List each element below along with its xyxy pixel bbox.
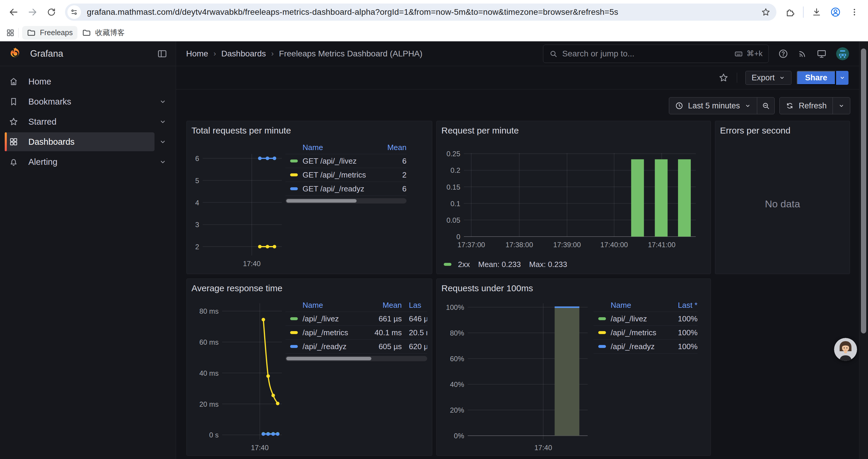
scrollbar-thumb[interactable] — [861, 48, 866, 333]
kiosk-button[interactable] — [816, 49, 827, 59]
dock-sidebar-button[interactable] — [157, 48, 167, 59]
back-button[interactable] — [5, 4, 22, 21]
search-shortcut: ⌘+k — [734, 49, 763, 58]
favorite-dashboard-button[interactable] — [718, 73, 728, 83]
help-button[interactable] — [778, 49, 788, 59]
panel-title[interactable]: Request per minute — [441, 124, 706, 137]
timeseries-chart[interactable]: 80 ms60 ms40 ms20 ms0 s17:40 — [191, 295, 285, 453]
table-row[interactable]: /api/_/livez100% — [593, 312, 698, 326]
legend-scrollbar[interactable] — [285, 356, 427, 361]
series-name[interactable]: /api/_/readyz — [611, 342, 655, 351]
breadcrumb-separator: › — [271, 49, 274, 58]
panel-average-response-time: Average response time 80 ms60 ms40 ms20 … — [186, 278, 432, 456]
table-row[interactable]: /api/_/readyz605 µs620 µs — [285, 340, 427, 354]
legend-scrollbar-thumb[interactable] — [286, 199, 356, 203]
extensions-button[interactable] — [782, 4, 798, 21]
bar-chart[interactable]: 100%80%60%40%20%0%17:40 — [441, 295, 593, 453]
legend-column-header[interactable]: Mean — [371, 143, 406, 152]
forward-button[interactable] — [24, 4, 41, 21]
sidebar-expand-bookmarks[interactable] — [155, 98, 171, 105]
table-row[interactable]: /api/_/metrics100% — [593, 326, 698, 340]
legend-column-header[interactable]: Las — [402, 301, 427, 310]
legend-column-header[interactable]: Name — [303, 301, 362, 310]
refresh-interval-button[interactable] — [833, 97, 850, 114]
table-row[interactable]: /api/_/livez661 µs646 µs — [285, 312, 427, 326]
bar-chart[interactable]: 0.250.20.150.10.05017:37:0017:38:0017:39… — [441, 137, 706, 258]
sidebar-item-home[interactable]: Home — [5, 72, 171, 91]
panel-title[interactable]: Errors per second — [720, 124, 845, 137]
apps-grid-button[interactable] — [6, 28, 15, 37]
page-scrollbar[interactable] — [859, 41, 868, 459]
user-avatar[interactable] — [836, 47, 849, 60]
legend-column-header[interactable]: Last * — [662, 301, 698, 310]
sidebar-item-alerting[interactable]: Alerting — [5, 153, 155, 171]
export-button[interactable]: Export — [745, 71, 792, 85]
site-settings-icon[interactable] — [67, 5, 81, 19]
table-row[interactable]: /api/_/readyz100% — [593, 340, 698, 354]
time-controls: Last 5 minutes Refresh — [186, 97, 850, 114]
news-button[interactable] — [798, 49, 807, 59]
refresh-button[interactable]: Refresh — [780, 97, 833, 114]
panel-title[interactable]: Total requests per minute — [191, 124, 427, 137]
search-icon — [549, 50, 557, 58]
legend-scrollbar[interactable] — [285, 198, 406, 203]
profile-button[interactable] — [827, 4, 844, 21]
table-row[interactable]: GET /api/_/livez6 — [285, 154, 406, 168]
svg-text:0: 0 — [457, 233, 460, 241]
series-swatch — [598, 345, 606, 348]
table-row[interactable]: GET /api/_/readyz6 — [285, 182, 406, 196]
series-name[interactable]: GET /api/_/readyz — [303, 184, 364, 193]
clock-icon — [675, 102, 683, 110]
address-bar[interactable]: grafana.mathmast.com/d/deytv4rwavabkb/fr… — [65, 4, 776, 21]
search-box[interactable]: ⌘+k — [543, 44, 769, 63]
url-text[interactable]: grafana.mathmast.com/d/deytv4rwavabkb/fr… — [87, 7, 758, 17]
svg-text:60 ms: 60 ms — [199, 338, 219, 346]
breadcrumb-dashboards[interactable]: Dashboards — [221, 49, 266, 59]
reload-button[interactable] — [43, 4, 60, 21]
downloads-button[interactable] — [808, 4, 825, 21]
breadcrumb-home[interactable]: Home — [186, 49, 208, 59]
series-name[interactable]: /api/_/readyz — [303, 342, 346, 351]
search-input[interactable] — [562, 49, 734, 59]
series-name[interactable]: /api/_/livez — [611, 314, 647, 323]
series-name[interactable]: /api/_/metrics — [611, 328, 656, 337]
legend-column-header[interactable]: Mean — [362, 301, 402, 310]
series-name[interactable]: /api/_/livez — [303, 314, 339, 323]
sidebar-item-starred[interactable]: Starred — [5, 112, 155, 131]
table-row[interactable]: GET /api/_/metrics2 — [285, 168, 406, 182]
legend-column-header[interactable]: Name — [611, 301, 662, 310]
sidebar-expand-dashboards[interactable] — [155, 138, 171, 145]
legend-scrollbar-thumb[interactable] — [286, 357, 371, 360]
panel-requests-under-100ms: Requests under 100ms 100%80%60%40%20%0%1… — [436, 278, 711, 456]
legend-series-label[interactable]: 2xx — [458, 260, 470, 269]
sidebar-item-bookmarks[interactable]: Bookmarks — [5, 92, 155, 111]
sidebar-expand-alerting[interactable] — [155, 158, 171, 166]
sidebar-item-dashboards[interactable]: Dashboards — [5, 132, 155, 151]
table-row[interactable]: /api/_/metrics40.1 ms20.5 ms — [285, 326, 427, 340]
timeseries-chart[interactable]: 6543217:40 — [191, 137, 285, 271]
share-menu-button[interactable] — [836, 71, 848, 85]
browser-menu-button[interactable] — [846, 4, 863, 21]
share-button[interactable]: Share — [797, 71, 836, 85]
series-name[interactable]: /api/_/metrics — [303, 328, 348, 337]
svg-text:80%: 80% — [450, 329, 464, 337]
zoom-out-button[interactable] — [757, 97, 774, 114]
floating-assistant-avatar[interactable] — [834, 338, 857, 361]
series-name[interactable]: GET /api/_/livez — [303, 157, 356, 166]
svg-text:20%: 20% — [450, 406, 464, 414]
grafana-header: Home › Dashboards › Freeleaps Metrics Da… — [176, 41, 859, 66]
bookmark-item-freeleaps[interactable]: Freeleaps — [22, 26, 78, 40]
sidebar-expand-starred[interactable] — [155, 118, 171, 126]
legend-column-header[interactable]: Name — [303, 143, 371, 152]
sidebar-row-alerting: Alerting — [0, 153, 176, 171]
star-icon — [9, 117, 18, 126]
panel-title[interactable]: Average response time — [191, 282, 427, 295]
bookmark-item-blog[interactable]: 收藏博客 — [78, 26, 129, 40]
series-swatch — [290, 187, 298, 190]
panel-title[interactable]: Requests under 100ms — [441, 282, 706, 295]
svg-text:17:39:00: 17:39:00 — [553, 241, 581, 249]
bookmark-star-button[interactable] — [758, 4, 773, 20]
time-range-picker[interactable]: Last 5 minutes — [669, 97, 757, 114]
series-name[interactable]: GET /api/_/metrics — [303, 170, 366, 179]
sidebar: Grafana Home — [0, 41, 176, 459]
